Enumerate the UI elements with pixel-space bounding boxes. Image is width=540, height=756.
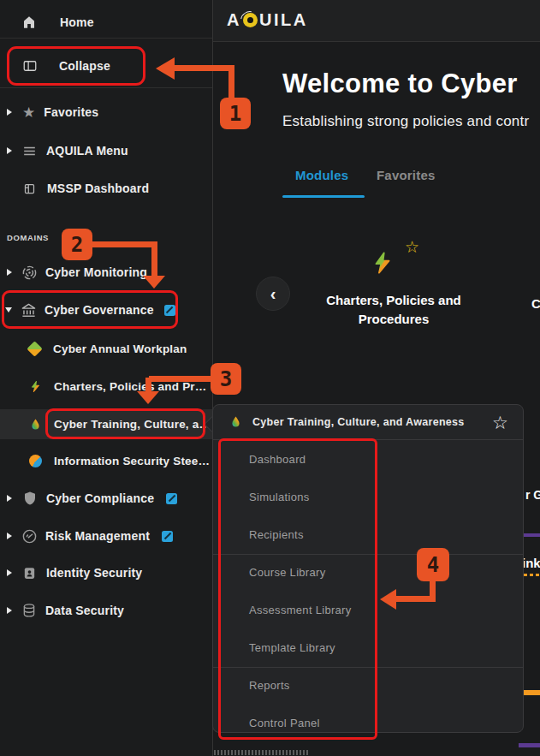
sidebar-item-label: Cyber Compliance	[46, 491, 154, 505]
sidebar-item-risk-management[interactable]: Risk Management	[0, 521, 212, 551]
orange-dashed-line	[524, 574, 540, 576]
clipped-microtext	[214, 750, 310, 755]
module-card-title: Procedures	[308, 310, 479, 329]
sidebar-item-label: Information Security Stee…	[54, 455, 210, 467]
sidebar-item-mssp-dashboard[interactable]: MSSP Dashboard	[0, 174, 212, 203]
annotation-box-1	[7, 46, 145, 86]
divider	[0, 38, 212, 39]
chevron-right-icon	[7, 109, 12, 116]
page-subtitle: Establishing strong policies and contr	[282, 113, 529, 130]
module-bolt-icon	[371, 245, 395, 281]
dashboard-icon	[23, 182, 36, 195]
monitoring-radar-icon	[21, 265, 38, 281]
sidebar-item-label: Cyber Annual Workplan	[53, 342, 187, 355]
steering-crescent-icon	[29, 455, 42, 467]
compliance-shield-icon	[22, 491, 38, 506]
home-icon	[21, 15, 37, 30]
sidebar-item-cyber-compliance[interactable]: Cyber Compliance	[0, 484, 212, 513]
annotation-box-2	[2, 290, 178, 329]
divider	[0, 87, 212, 88]
module-card-title: Charters, Policies and	[308, 291, 479, 310]
sidebar-item-cyber-monitoring[interactable]: Cyber Monitoring	[0, 258, 212, 287]
sidebar-item-label: Data Security	[45, 604, 124, 617]
charters-bolt-icon	[29, 379, 42, 394]
logo-eye-icon	[243, 13, 258, 27]
annotation-arrow-3	[149, 376, 212, 382]
step-badge-2: 2	[62, 229, 92, 260]
sidebar-item-identity-security[interactable]: Identity Security	[0, 558, 212, 587]
annotation-box-4	[218, 438, 377, 740]
step-badge-3: 3	[211, 363, 241, 395]
chevron-right-icon	[7, 269, 12, 276]
background-text-fragment: ink	[522, 556, 540, 570]
favorite-star-icon[interactable]: ☆	[405, 239, 419, 255]
page-title: Welcome to Cyber	[282, 68, 518, 99]
annotation-arrow-3-head	[137, 391, 159, 404]
tab-modules[interactable]: Modules	[295, 168, 348, 182]
tab-favorites[interactable]: Favorites	[377, 168, 436, 182]
next-module-card-fragment[interactable]: C	[531, 295, 540, 313]
chevron-right-icon	[7, 147, 12, 154]
annotation-arrow-4-head	[380, 589, 396, 610]
sidebar-item-home[interactable]: Home	[0, 8, 212, 37]
sidebar-item-label: MSSP Dashboard	[47, 182, 149, 195]
annotation-arrow-4	[396, 596, 436, 602]
annotation-arrow-2-head	[143, 276, 165, 289]
chevron-right-icon	[7, 495, 12, 502]
training-droplet-icon	[229, 414, 242, 429]
step-badge-4: 4	[417, 548, 449, 581]
background-text-fragment: r G	[525, 488, 540, 502]
logo-text: UILA	[259, 10, 308, 30]
logo-text: A	[227, 10, 241, 30]
training-droplet-icon	[29, 417, 42, 432]
annotation-arrow-2	[91, 241, 157, 247]
sidebar-item-label: Home	[60, 15, 94, 29]
annotation-arrow-1-head	[156, 57, 175, 80]
sidebar-item-data-security[interactable]: Data Security	[0, 596, 212, 625]
star-icon: ★	[22, 105, 35, 120]
active-tab-underline	[282, 195, 365, 198]
sidebar-item-label: AQUILA Menu	[46, 144, 128, 158]
domains-heading: DOMAINS	[7, 233, 49, 242]
carousel-prev-button[interactable]: ‹	[256, 277, 290, 311]
workplan-diamond-icon	[27, 341, 42, 356]
annotation-arrow-1	[228, 65, 234, 101]
annotation-box-3	[45, 408, 205, 439]
popup-title: Cyber Training, Culture, and Awareness	[252, 416, 465, 428]
chevron-right-icon	[7, 569, 12, 576]
sidebar-item-aquila-menu[interactable]: AQUILA Menu	[0, 136, 212, 165]
chevron-right-icon	[7, 533, 12, 539]
identity-badge-icon	[22, 566, 37, 580]
risk-gauge-icon	[21, 528, 38, 545]
chevron-right-icon	[7, 607, 12, 614]
annotation-arrow-1	[173, 65, 234, 71]
sidebar-item-label: Identity Security	[46, 566, 142, 580]
orange-accent-line	[524, 690, 540, 695]
sidebar-subitem-infosec-steering[interactable]: Information Security Stee…	[0, 446, 212, 475]
aquila-logo[interactable]: A UILA	[227, 10, 308, 30]
favorite-star-icon[interactable]: ☆	[492, 414, 508, 432]
purple-accent-line	[519, 743, 540, 747]
step-badge-1: 1	[220, 98, 251, 129]
menu-icon	[21, 143, 38, 159]
sidebar-item-label: Risk Management	[45, 529, 150, 543]
sidebar-item-favorites[interactable]: ★ Favorites	[0, 98, 212, 127]
edit-badge-icon[interactable]	[162, 531, 173, 542]
chevron-left-icon: ‹	[270, 284, 276, 304]
edit-badge-icon[interactable]	[166, 493, 177, 504]
sidebar-subitem-cyber-annual-workplan[interactable]: Cyber Annual Workplan	[0, 334, 212, 363]
purple-accent-line	[522, 533, 540, 537]
sidebar-item-label: Favorites	[44, 105, 98, 119]
sidebar-item-label: Cyber Monitoring	[45, 265, 147, 279]
annotation-arrow-2	[151, 241, 157, 277]
top-bar: A UILA	[212, 0, 540, 42]
database-icon	[21, 603, 37, 618]
